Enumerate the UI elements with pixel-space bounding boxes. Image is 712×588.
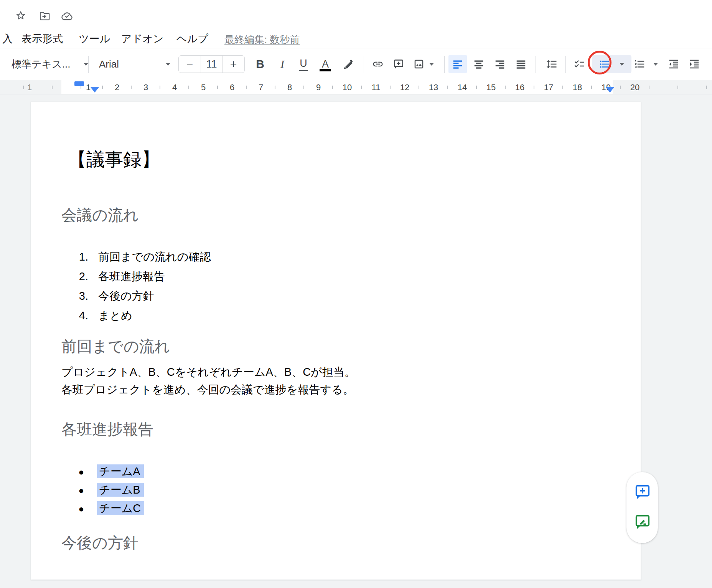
underline-button[interactable]: U xyxy=(294,55,313,73)
numbered-list-menu-arrow[interactable] xyxy=(651,55,660,73)
cloud-check-icon xyxy=(60,9,74,23)
last-edit-link[interactable]: 最終編集: 数秒前 xyxy=(224,33,300,46)
ruler-number: 13 xyxy=(429,83,438,92)
left-indent-marker[interactable] xyxy=(90,87,99,92)
ruler-number: 3 xyxy=(143,83,148,92)
add-comment-margin-button[interactable] xyxy=(633,483,651,501)
ruler-margin-number: 1 xyxy=(27,83,32,92)
justify-button[interactable] xyxy=(512,55,530,73)
align-left-button[interactable] xyxy=(448,55,467,73)
toolbar-divider xyxy=(708,56,708,73)
heading-policy: 今後の方針 xyxy=(61,533,138,552)
chevron-down-icon xyxy=(166,63,170,66)
move-folder-icon[interactable] xyxy=(38,9,51,23)
numbered-list-button[interactable] xyxy=(631,55,649,73)
selected-text: チームB xyxy=(97,483,144,497)
list-text: まとめ xyxy=(98,309,132,322)
right-indent-marker[interactable] xyxy=(605,87,615,92)
google-docs-app: 入 表示形式 ツール アドオン ヘルプ 最終編集: 数秒前 標準テキス... A… xyxy=(0,0,712,588)
paragraph-line: プロジェクトA、B、CをそれぞれチームA、B、Cが担当。 xyxy=(61,363,356,381)
decrease-indent-button[interactable] xyxy=(664,55,683,73)
checklist-button[interactable] xyxy=(570,55,588,73)
list-item: 3.今後の方針 xyxy=(31,286,211,306)
ruler: 1 1 2 3 4 5 6 7 8 9 10 11 12 13 14 15 16… xyxy=(0,80,712,94)
list-item: ●チームA xyxy=(31,462,144,481)
bulleted-list-menu-arrow[interactable] xyxy=(618,55,626,73)
numbered-list-icon xyxy=(634,58,646,70)
list-text: 前回までの流れの確認 xyxy=(98,251,211,263)
ruler-number: 7 xyxy=(259,83,263,92)
document-title: 【議事録】 xyxy=(68,148,160,171)
line-spacing-button[interactable] xyxy=(542,55,561,73)
add-comment-button[interactable] xyxy=(389,55,408,73)
increase-indent-button[interactable] xyxy=(685,55,704,73)
insert-image-button[interactable] xyxy=(410,55,428,73)
bold-button[interactable]: B xyxy=(251,55,269,73)
ruler-number: 11 xyxy=(372,83,381,92)
align-right-icon xyxy=(494,58,506,70)
document-canvas: 【議事録】 会議の流れ 1.前回までの流れの確認 2.各班進捗報告 3.今後の方… xyxy=(0,94,712,588)
bullet-glyph: ● xyxy=(31,481,84,500)
menu-item-insert-clipped[interactable]: 入 xyxy=(2,32,13,45)
bullet-glyph: ● xyxy=(31,463,84,481)
document-page[interactable]: 【議事録】 会議の流れ 1.前回までの流れの確認 2.各班進捗報告 3.今後の方… xyxy=(31,102,641,580)
chevron-down-icon xyxy=(653,63,658,66)
list-text: 今後の方針 xyxy=(98,290,154,302)
margin-action-pill xyxy=(626,472,658,543)
highlight-color-button[interactable] xyxy=(339,55,358,73)
team-bulleted-list: ●チームA ●チームB ●チームC xyxy=(31,462,144,517)
justify-icon xyxy=(515,58,527,70)
increase-font-size-button[interactable]: + xyxy=(222,56,244,73)
add-comment-icon xyxy=(633,483,651,501)
font-family-selector[interactable]: Arial xyxy=(99,55,170,73)
ruler-number: 4 xyxy=(172,83,177,92)
toolbar-divider xyxy=(536,56,536,73)
bullet-glyph: ● xyxy=(31,500,84,518)
star-icon[interactable] xyxy=(14,9,28,23)
list-number: 4. xyxy=(31,306,88,325)
menu-item-help[interactable]: ヘルプ xyxy=(176,32,208,45)
ruler-number: 20 xyxy=(630,83,639,92)
font-size-value[interactable]: 11 xyxy=(201,56,222,73)
menu-item-addons[interactable]: アドオン xyxy=(121,32,164,45)
ruler-number: 2 xyxy=(115,83,119,92)
selected-text: チームA xyxy=(97,464,144,478)
ruler-number: 10 xyxy=(343,83,352,92)
paragraph-line: 各班プロジェクトを進め、今回の会議で進捗を報告する。 xyxy=(61,381,356,398)
insert-image-menu-arrow[interactable] xyxy=(427,55,436,73)
toolbar-divider xyxy=(88,56,89,73)
toolbar-divider xyxy=(364,56,364,73)
ruler-number: 12 xyxy=(400,83,409,92)
bold-icon: B xyxy=(256,58,264,71)
heading-progress: 各班進捗報告 xyxy=(61,420,153,438)
ruler-number: 5 xyxy=(201,83,206,92)
menu-item-format[interactable]: 表示形式 xyxy=(21,32,63,45)
editing-mode-button[interactable] xyxy=(633,513,651,531)
toolbar-divider xyxy=(444,56,445,73)
align-center-button[interactable] xyxy=(470,55,488,73)
italic-button[interactable]: I xyxy=(273,55,292,73)
insert-link-button[interactable] xyxy=(369,55,387,73)
chevron-down-icon xyxy=(620,63,624,66)
paragraph-style-selector[interactable]: 標準テキス... xyxy=(12,55,88,73)
first-line-indent-marker[interactable] xyxy=(74,81,84,86)
suggest-edit-icon xyxy=(633,513,651,531)
underline-icon: U xyxy=(299,58,308,71)
align-right-button[interactable] xyxy=(491,55,509,73)
heading-previous: 前回までの流れ xyxy=(61,337,170,355)
list-text: 各班進捗報告 xyxy=(98,270,165,282)
agenda-numbered-list: 1.前回までの流れの確認 2.各班進捗報告 3.今後の方針 4.まとめ xyxy=(31,247,211,325)
toolbar-divider xyxy=(565,56,566,73)
menu-item-tools[interactable]: ツール xyxy=(79,32,110,45)
highlight-pen-icon xyxy=(343,58,354,70)
ruler-number: 15 xyxy=(486,83,496,92)
decrease-font-size-button[interactable]: − xyxy=(179,56,201,73)
line-spacing-icon xyxy=(546,58,557,70)
font-size-control: − 11 + xyxy=(178,55,245,73)
align-center-icon xyxy=(473,58,485,70)
text-color-button[interactable]: A xyxy=(316,55,335,73)
link-icon xyxy=(372,58,384,70)
image-icon xyxy=(413,58,425,70)
ruler-number: 9 xyxy=(316,83,321,92)
list-item: 1.前回までの流れの確認 xyxy=(31,247,211,267)
